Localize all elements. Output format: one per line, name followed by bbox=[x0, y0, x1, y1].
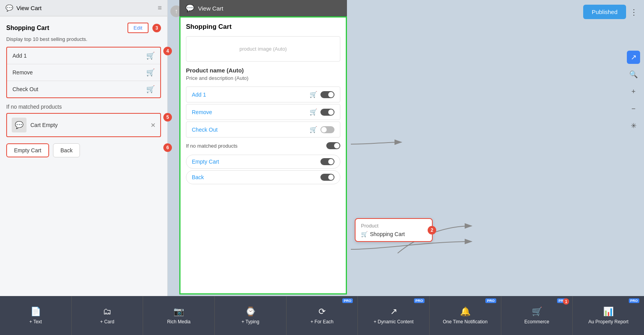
toolbar-text[interactable]: 📄 + Text bbox=[0, 296, 72, 335]
preview-add1-toggle[interactable] bbox=[320, 91, 334, 98]
for-each-icon: ⟳ bbox=[318, 307, 326, 317]
preview-remove-icon: 🛒 bbox=[310, 108, 317, 116]
product-node-title: Product bbox=[361, 223, 426, 229]
back-button[interactable]: Back bbox=[53, 143, 80, 157]
preview-product-name: Product name (Auto) bbox=[186, 67, 340, 74]
product-cart-icon: 🛒 bbox=[361, 231, 368, 237]
preview-price-desc: Price and description (Auto) bbox=[186, 75, 340, 81]
bottom-buttons-section: Empty Cart Back 6 bbox=[6, 143, 161, 157]
card-label: + Card bbox=[100, 319, 114, 324]
left-panel-title: View Cart bbox=[16, 5, 154, 11]
card-icon: 🗂 bbox=[103, 307, 111, 317]
notification-icon: 🔔 bbox=[460, 307, 471, 317]
preview-checkout-icon: 🛒 bbox=[310, 126, 317, 133]
panel-body: Shopping Cart Edit 3 Display top 10 best… bbox=[0, 16, 167, 164]
rich-media-label: Rich Media bbox=[167, 319, 191, 324]
rich-media-icon: 📷 bbox=[173, 307, 184, 317]
toolbar-rich-media[interactable]: 📷 Rich Media bbox=[143, 296, 215, 335]
top-right-header: Published ⋮ bbox=[577, 0, 644, 24]
bottom-toolbar: 📄 + Text 🗂 + Card 📷 Rich Media ⌚ + Typin… bbox=[0, 296, 644, 335]
checkout-label: Check Out bbox=[12, 86, 38, 92]
preview-remove-label: Remove bbox=[192, 109, 212, 115]
cart-icon-red: 🛒 bbox=[146, 68, 155, 77]
property-report-icon: 📊 bbox=[603, 307, 614, 317]
action-buttons-box: Add 1 🛒 Remove 🛒 Check Out 🛒 bbox=[6, 47, 161, 98]
cart-empty-icon: 💬 bbox=[12, 118, 27, 132]
section-description: Display top 10 best selling products. bbox=[6, 36, 161, 42]
zoom-in-icon[interactable]: + bbox=[627, 85, 640, 98]
preview-back-label: Back bbox=[192, 174, 204, 180]
product-node[interactable]: Product 🛒 Shopping Cart 2 bbox=[355, 218, 433, 242]
preview-remove-row[interactable]: Remove 🛒 bbox=[186, 104, 340, 120]
edit-button[interactable]: Edit bbox=[127, 23, 149, 33]
remove-row[interactable]: Remove 🛒 bbox=[7, 64, 160, 81]
for-each-label: + For Each bbox=[311, 319, 334, 324]
preview-empty-cart-row[interactable]: Empty Cart bbox=[186, 155, 340, 169]
search-icon[interactable]: 🔍 bbox=[627, 68, 640, 81]
chat-icon: 💬 bbox=[5, 4, 13, 12]
preview-no-match-label: If no matched products bbox=[186, 143, 237, 149]
cart-icon-blue: 🛒 bbox=[146, 51, 155, 60]
three-dots-menu[interactable]: ⋮ bbox=[630, 7, 638, 17]
add1-label: Add 1 bbox=[12, 53, 27, 59]
preview-no-match-toggle[interactable] bbox=[326, 142, 340, 149]
preview-remove-right: 🛒 bbox=[310, 108, 334, 116]
cart-icon-green: 🛒 bbox=[146, 85, 155, 93]
toolbar-property-report[interactable]: PRO 📊 Au Property Report bbox=[573, 296, 644, 335]
cart-empty-text: Cart Empty bbox=[30, 122, 147, 128]
center-preview: 💬 View Cart Shopping Cart product image … bbox=[179, 0, 347, 296]
dynamic-content-icon: ↗ bbox=[390, 307, 397, 317]
checkout-row[interactable]: Check Out 🛒 bbox=[7, 81, 160, 97]
preview-no-match: If no matched products bbox=[186, 139, 340, 152]
preview-section-title: Shopping Cart bbox=[186, 23, 340, 31]
close-icon[interactable]: ✕ bbox=[150, 122, 156, 129]
pro-badge-notification: PRO bbox=[485, 298, 496, 303]
text-icon: 📄 bbox=[30, 307, 41, 317]
preview-add1-row[interactable]: Add 1 🛒 bbox=[186, 86, 340, 102]
pro-badge-for-each: PRO bbox=[342, 298, 353, 303]
preview-empty-cart-label: Empty Cart bbox=[192, 159, 219, 165]
property-report-label: Au Property Report bbox=[588, 319, 628, 324]
no-match-label: If no matched products bbox=[6, 104, 161, 110]
preview-inner: Shopping Cart product image (Auto) Produ… bbox=[180, 18, 346, 293]
step-4-badge: 4 bbox=[163, 47, 172, 55]
add1-row[interactable]: Add 1 🛒 bbox=[7, 48, 160, 64]
preview-remove-toggle[interactable] bbox=[320, 109, 334, 116]
section-title: Shopping Cart bbox=[6, 25, 49, 32]
preview-add1-label: Add 1 bbox=[192, 92, 206, 98]
toolbar-dynamic-content[interactable]: PRO ↗ + Dynamic Content bbox=[358, 296, 430, 335]
preview-checkout-right: 🛒 bbox=[310, 126, 334, 133]
preview-checkout-label: Check Out bbox=[192, 127, 218, 133]
toolbar-for-each[interactable]: PRO ⟳ + For Each bbox=[287, 296, 358, 335]
preview-content: Shopping Cart product image (Auto) Produ… bbox=[179, 16, 347, 294]
target-icon[interactable]: ✳ bbox=[627, 119, 640, 132]
share-icon[interactable]: ↗ bbox=[627, 51, 640, 64]
ecommerce-icon: 🛒 bbox=[532, 307, 542, 317]
cart-empty-row[interactable]: 💬 Cart Empty ✕ bbox=[6, 113, 161, 137]
preview-back-toggle[interactable] bbox=[320, 174, 334, 181]
preview-checkout-row[interactable]: Check Out 🛒 bbox=[186, 122, 340, 138]
empty-cart-button[interactable]: Empty Cart bbox=[6, 143, 49, 157]
toolbar-card[interactable]: 🗂 + Card bbox=[72, 296, 143, 335]
published-button[interactable]: Published bbox=[583, 5, 626, 19]
toolbar-typing[interactable]: ⌚ + Typing bbox=[215, 296, 287, 335]
zoom-out-icon[interactable]: − bbox=[627, 102, 640, 115]
left-panel-header: 💬 View Cart ≡ bbox=[0, 0, 167, 16]
preview-checkout-toggle[interactable] bbox=[320, 126, 334, 133]
bottom-buttons: Empty Cart Back bbox=[6, 143, 161, 157]
toolbar-notification[interactable]: PRO 🔔 One Time Notification bbox=[430, 296, 501, 335]
preview-back-row[interactable]: Back bbox=[186, 170, 340, 184]
preview-empty-cart-toggle[interactable] bbox=[320, 158, 334, 165]
buttons-section: Add 1 🛒 Remove 🛒 Check Out 🛒 4 bbox=[6, 47, 161, 98]
toolbar-ecommerce[interactable]: PRO 1 🛒 Ecommerce bbox=[501, 296, 573, 335]
pro-badge-dynamic: PRO bbox=[414, 298, 425, 303]
notification-label: One Time Notification bbox=[443, 319, 488, 324]
preview-chat-icon: 💬 bbox=[186, 4, 194, 12]
preview-add1-right: 🛒 bbox=[310, 91, 334, 98]
typing-label: + Typing bbox=[242, 319, 259, 324]
preview-title: View Cart bbox=[198, 5, 223, 12]
ecommerce-num-badge: 1 bbox=[563, 298, 569, 305]
right-toolbar: ↗ 🔍 + − ✳ bbox=[627, 51, 640, 132]
product-cart-label: Shopping Cart bbox=[370, 231, 405, 237]
menu-icon[interactable]: ≡ bbox=[157, 4, 162, 12]
